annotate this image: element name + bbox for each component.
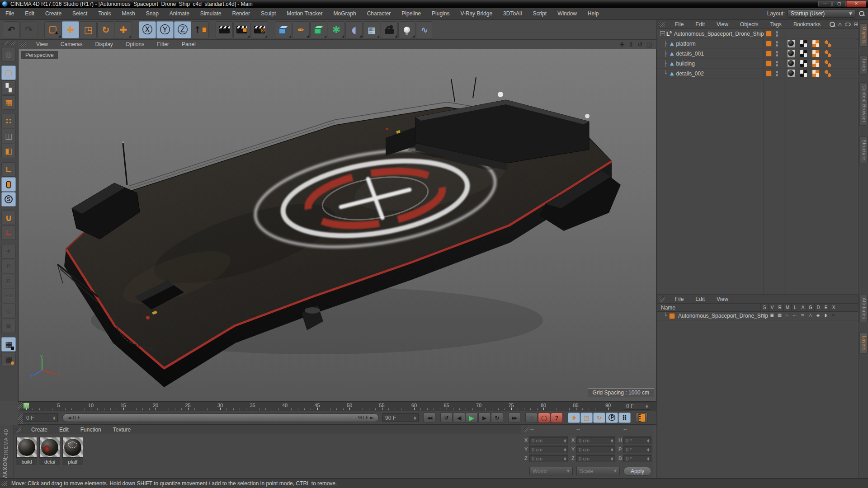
generators-icon[interactable]: △ (807, 313, 814, 318)
restore-button[interactable]: ▢ (832, 1, 846, 7)
menu-animate[interactable]: Animate (164, 10, 195, 17)
tab-structure[interactable]: Structure (859, 136, 868, 163)
menu-mesh[interactable]: Mesh (116, 10, 140, 17)
selection-tag[interactable] (812, 70, 820, 77)
key-scale-toggle[interactable]: ◳ (580, 413, 593, 423)
transform-mode-dropdown[interactable]: Scale▼ (576, 467, 620, 475)
material-tag[interactable] (788, 70, 795, 77)
menu-snap[interactable]: Snap (141, 10, 164, 17)
menu-3dtoall[interactable]: 3DToAll (498, 10, 527, 17)
pos-y-field[interactable]: 0 cm▲▼ (529, 446, 568, 453)
render-icon[interactable]: ▦ (776, 313, 783, 318)
menu-select[interactable]: Select (67, 10, 93, 17)
visibility-dots[interactable] (776, 70, 778, 77)
manager-icon[interactable]: ⊢ (783, 313, 791, 318)
model-mode-button[interactable]: ▢ (1, 66, 16, 80)
filter-oval-icon[interactable] (845, 23, 851, 26)
timeline-ruler[interactable]: 051015202530354045505560657075808590 0 F… (18, 401, 656, 411)
xref-icon[interactable]: ✕ (830, 313, 837, 318)
visibility-dots[interactable] (776, 30, 778, 38)
timeline-grip[interactable] (18, 402, 23, 411)
object-name[interactable]: details_001 (676, 51, 703, 57)
object-name[interactable]: Autonomous_Spaceport_Drone_Ship (674, 31, 764, 37)
planar-workplane-button[interactable]: ▦ (1, 352, 16, 366)
viewport-rotate-icon[interactable]: ↺ (636, 41, 645, 48)
goto-start-button[interactable]: ◀◀ (423, 413, 435, 423)
uvw-tag[interactable] (800, 60, 807, 67)
layer-color-chip[interactable] (766, 70, 772, 76)
pos-z-field[interactable]: 0 cm▲▼ (529, 455, 568, 462)
key-parameter-toggle[interactable]: Ⓟ (606, 413, 618, 423)
pos-x-field[interactable]: 0 cm▲▼ (529, 436, 568, 444)
ly-menu-edit[interactable]: Edit (689, 296, 711, 302)
menu-mograph[interactable]: MoGraph (328, 10, 362, 17)
object-name[interactable]: platform (676, 41, 695, 47)
minimize-button[interactable]: — (818, 1, 832, 7)
col-manager[interactable]: M (783, 304, 791, 312)
visibility-dots[interactable] (776, 40, 778, 47)
current-frame-field[interactable]: 0 F ▲▼ (24, 413, 58, 422)
menu-simulate[interactable]: Simulate (195, 10, 227, 17)
record-p-button[interactable]: P (1, 259, 16, 273)
record-r-button[interactable]: R (1, 274, 16, 288)
tab-takes[interactable]: Takes (859, 55, 868, 75)
last-tool-button[interactable]: ✚ (115, 21, 132, 38)
status-grip[interactable] (1, 481, 7, 486)
layer-row[interactable]: └ Autonomous_Spaceport_Drone_Ship ● ▣ ▦ … (657, 312, 858, 321)
layer-name[interactable]: Autonomous_Spaceport_Drone_Ship (678, 313, 768, 319)
lock-y-axis-button[interactable]: Ⓨ (156, 21, 174, 38)
phong-tag[interactable] (824, 60, 832, 67)
phong-tag[interactable] (824, 50, 832, 57)
stepper-icon[interactable]: ▲▼ (414, 416, 416, 420)
viewport-menu-display[interactable]: Display (89, 41, 119, 47)
selection-tag[interactable] (812, 60, 820, 67)
object-name[interactable]: details_002 (676, 70, 703, 77)
col-view[interactable]: V (768, 304, 776, 312)
phong-tag[interactable] (824, 40, 832, 47)
col-deformers[interactable]: D (814, 304, 822, 312)
ly-menu-view[interactable]: View (711, 296, 734, 302)
selection-tag[interactable] (812, 50, 820, 57)
visibility-dots[interactable] (776, 50, 778, 57)
material-tag[interactable] (788, 50, 795, 57)
object-row-details-001[interactable]: ├ ▲ details_001 (657, 49, 858, 59)
coord-space-dropdown[interactable]: World▼ (529, 467, 573, 475)
object-manager-grip[interactable] (659, 22, 665, 27)
add-primitive-button[interactable] (275, 21, 292, 38)
ruler-current-frame-field[interactable]: 0 F ▲▼ (624, 403, 650, 410)
viewport-menu-panel[interactable]: Panel (175, 41, 202, 47)
material-menu-create[interactable]: Create (25, 427, 53, 433)
autokey-button[interactable]: ◎ (1, 304, 16, 318)
viewport-menu-view[interactable]: View (30, 41, 54, 47)
rot-h-field[interactable]: 0 °▲▼ (623, 436, 651, 444)
menu-plugins[interactable]: Plugins (426, 10, 455, 17)
viewport-grip[interactable] (20, 42, 26, 47)
material-name[interactable]: platf (62, 458, 83, 465)
add-deformer-button[interactable]: ◖ (345, 21, 363, 38)
workplane-mode-button[interactable]: ▦ (1, 95, 16, 110)
viewport-toggle-icon[interactable]: ◱ (645, 41, 654, 48)
visibility-dots[interactable] (776, 60, 778, 67)
transport-grip[interactable] (18, 412, 23, 424)
uvw-tag[interactable] (800, 70, 807, 77)
object-row-building[interactable]: ├ ▲ building (657, 59, 858, 69)
add-camera-button[interactable] (381, 21, 398, 38)
record-params-button[interactable]: ▣ (1, 319, 16, 333)
material-menu-function[interactable]: Function (75, 427, 107, 433)
viewport-solo-button[interactable] (1, 177, 16, 192)
deformers-icon[interactable]: ◈ (814, 313, 822, 318)
toolbar-grip[interactable] (2, 41, 15, 45)
viewport-menu-cameras[interactable]: Cameras (54, 41, 89, 47)
add-generator-button[interactable] (310, 21, 327, 38)
expressions-icon[interactable]: ◗ (822, 313, 830, 318)
layer-color-chip[interactable] (669, 313, 675, 319)
col-animation[interactable]: A (799, 304, 807, 312)
play-backwards-button[interactable]: ↺ (440, 413, 453, 423)
goto-end-button[interactable]: ▶▶ (508, 413, 520, 423)
rot-b-field[interactable]: 0 °▲▼ (623, 455, 651, 462)
selection-tag[interactable] (812, 40, 820, 47)
scale-x-field[interactable]: 0 cm▲▼ (576, 436, 615, 444)
render-settings-button[interactable]: ⚙ (251, 21, 268, 38)
object-row-details-002[interactable]: └ ▲ details_002 (657, 69, 858, 79)
uvw-tag[interactable] (800, 50, 807, 57)
